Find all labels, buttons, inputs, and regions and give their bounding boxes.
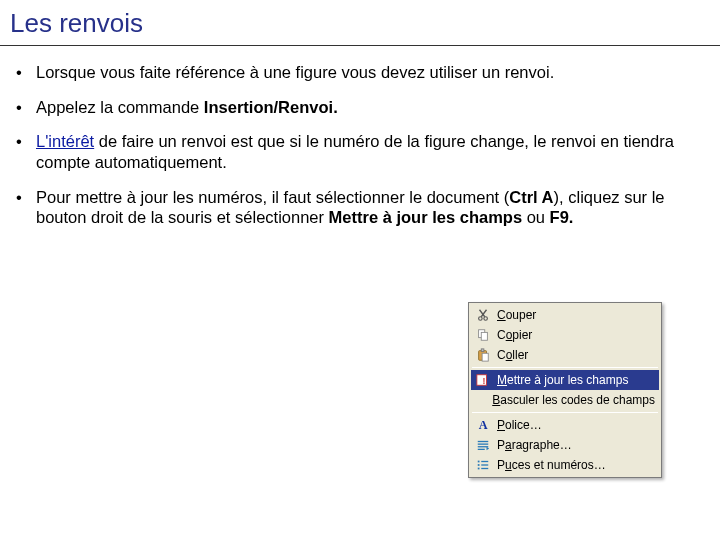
bullet-text: Pour mettre à jour les numéros, il faut … <box>36 187 706 228</box>
bullet-text: Appelez la commande Insertion/Renvoi. <box>36 97 706 118</box>
bullet-marker: • <box>14 131 36 172</box>
menu-separator <box>472 367 658 368</box>
slide-title: Les renvois <box>0 0 720 46</box>
menu-item-cut[interactable]: Couper <box>471 305 659 325</box>
bullet-marker: • <box>14 62 36 83</box>
menu-item-label: Puces et numéros… <box>497 458 655 472</box>
menu-item-label: Coller <box>497 348 655 362</box>
svg-point-0 <box>479 317 483 321</box>
bullet-marker: • <box>14 97 36 118</box>
bullet-text: Lorsque vous faite référence à une figur… <box>36 62 706 83</box>
bullet-item: • Pour mettre à jour les numéros, il fau… <box>14 187 706 228</box>
blank-icon <box>473 392 488 408</box>
menu-item-label: Basculer les codes de champs <box>492 393 655 407</box>
svg-rect-15 <box>478 461 480 463</box>
svg-text:A: A <box>479 418 488 432</box>
bullet-item: • Lorsque vous faite référence à une fig… <box>14 62 706 83</box>
paste-icon <box>473 347 493 363</box>
context-menu[interactable]: CouperCopierColler!Mettre à jour les cha… <box>468 302 662 478</box>
bullet-item: • Appelez la commande Insertion/Renvoi. <box>14 97 706 118</box>
svg-rect-16 <box>478 464 480 466</box>
menu-item-label: Police… <box>497 418 655 432</box>
font-icon: A <box>473 417 493 433</box>
copy-icon <box>473 327 493 343</box>
svg-rect-3 <box>481 332 487 340</box>
menu-item-bnums[interactable]: Puces et numéros… <box>471 455 659 475</box>
bullet-text: L'intérêt de faire un renvoi est que si … <box>36 131 706 172</box>
svg-rect-17 <box>478 468 480 470</box>
list-icon <box>473 457 493 473</box>
menu-item-font[interactable]: APolice… <box>471 415 659 435</box>
svg-text:!: ! <box>482 376 485 386</box>
menu-item-update[interactable]: !Mettre à jour les champs <box>471 370 659 390</box>
menu-item-toggle[interactable]: Basculer les codes de champs <box>471 390 659 410</box>
menu-item-para[interactable]: Paragraphe… <box>471 435 659 455</box>
menu-item-copy[interactable]: Copier <box>471 325 659 345</box>
para-icon <box>473 437 493 453</box>
svg-rect-6 <box>482 353 488 361</box>
bullet-marker: • <box>14 187 36 228</box>
menu-item-label: Paragraphe… <box>497 438 655 452</box>
slide-body: • Lorsque vous faite référence à une fig… <box>0 46 720 228</box>
svg-point-1 <box>484 317 488 321</box>
menu-item-label: Couper <box>497 308 655 322</box>
menu-separator <box>472 412 658 413</box>
scissors-icon <box>473 307 493 323</box>
bullet-item: • L'intérêt de faire un renvoi est que s… <box>14 131 706 172</box>
menu-item-paste[interactable]: Coller <box>471 345 659 365</box>
svg-rect-5 <box>481 349 484 352</box>
update-icon: ! <box>473 372 493 388</box>
menu-item-label: Mettre à jour les champs <box>497 373 655 387</box>
menu-item-label: Copier <box>497 328 655 342</box>
